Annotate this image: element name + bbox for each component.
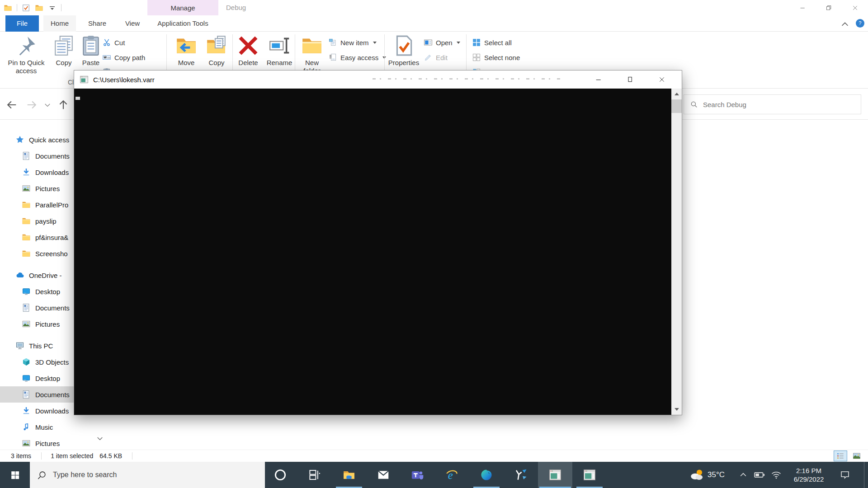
console-minimize-button[interactable] <box>589 70 609 89</box>
sidebar-item-pictures[interactable]: Pictures <box>0 435 108 451</box>
rename-button[interactable]: Rename <box>263 34 296 67</box>
clipped-text-artifact <box>373 78 562 80</box>
mail-button[interactable] <box>366 462 401 488</box>
console-window[interactable]: C:\Users\lokesh.varr <box>74 70 682 415</box>
dropdown-caret-icon <box>457 42 460 46</box>
scrollbar-thumb[interactable] <box>671 99 682 113</box>
explorer-titlebar: Manage Debug <box>0 0 868 15</box>
selection-size: 64.5 KB <box>99 452 122 460</box>
close-button[interactable] <box>842 0 868 15</box>
ie-button[interactable]: e <box>435 462 469 488</box>
task-view-icon <box>308 468 321 482</box>
console-maximize-button[interactable] <box>620 70 640 89</box>
battery-icon[interactable] <box>751 462 768 488</box>
task-view-button[interactable] <box>297 462 332 488</box>
cut-button[interactable]: Cut <box>102 38 125 47</box>
tab-share[interactable]: Share <box>81 15 113 32</box>
copy-button[interactable]: Copy <box>51 34 77 67</box>
copy-path-button[interactable]: Copy path <box>102 53 145 62</box>
tab-file[interactable]: File <box>5 15 39 32</box>
cortana-button[interactable] <box>263 462 297 488</box>
tab-view[interactable]: View <box>118 15 146 32</box>
new-item-button[interactable]: New item <box>328 38 377 47</box>
divider <box>41 452 42 460</box>
start-button[interactable] <box>0 462 30 488</box>
tray-overflow-button[interactable] <box>736 462 750 488</box>
console-caption-buttons <box>589 70 672 89</box>
tab-application-tools[interactable]: Application Tools <box>147 15 218 32</box>
details-view-button[interactable] <box>834 450 847 461</box>
console-window-button[interactable] <box>538 462 572 488</box>
show-desktop-button[interactable] <box>864 462 868 488</box>
console-app-icon <box>583 468 596 482</box>
taskbar-apps: e <box>263 462 607 488</box>
delete-button[interactable]: Delete <box>234 34 262 67</box>
quick-access-toolbar <box>4 0 61 15</box>
select-none-button[interactable]: Select none <box>472 53 520 62</box>
sidebar-item-label: payslip <box>35 217 57 225</box>
sidebar-scroll-down-icon[interactable] <box>96 435 104 442</box>
edge-icon <box>480 468 493 482</box>
forward-button[interactable] <box>25 99 38 110</box>
console-window-button-2[interactable] <box>572 462 607 488</box>
recent-locations-chevron-icon[interactable] <box>43 101 52 108</box>
taskbar-search-box[interactable] <box>30 462 265 488</box>
console-screen[interactable] <box>74 89 682 415</box>
ie-icon: e <box>445 468 459 482</box>
new-folder-button[interactable]: Newfolder <box>298 34 326 75</box>
action-center-icon[interactable] <box>835 462 855 488</box>
help-icon[interactable]: ? <box>856 19 864 28</box>
qat-new-folder-icon[interactable] <box>35 4 43 12</box>
sidebar-item-label: 3D Objects <box>35 358 69 366</box>
yammer-icon <box>514 468 528 482</box>
edit-button[interactable]: Edit <box>424 53 448 62</box>
screen: Manage Debug File Home Share View Appli <box>0 0 868 488</box>
paste-button[interactable]: Paste <box>78 34 104 67</box>
sidebar-item-label: Downloads <box>35 407 69 415</box>
document-icon <box>22 390 31 399</box>
clock[interactable]: 2:16 PM 6/29/2022 <box>786 462 832 488</box>
sidebar-item-label: Documents <box>35 304 70 312</box>
sidebar-item-label: Screensho <box>35 250 68 258</box>
console-close-button[interactable] <box>652 70 672 89</box>
music-icon <box>22 422 31 432</box>
edge-button[interactable] <box>469 462 504 488</box>
minimize-button[interactable] <box>789 0 816 15</box>
select-all-button[interactable]: Select all <box>472 38 512 47</box>
back-button[interactable] <box>5 99 18 110</box>
collapse-ribbon-icon[interactable] <box>840 19 850 28</box>
console-scrollbar[interactable] <box>671 89 682 415</box>
scissors-icon <box>102 38 111 47</box>
sidebar-item-music[interactable]: Music <box>0 419 108 435</box>
qat-customize-icon[interactable] <box>48 4 57 12</box>
weather-widget[interactable]: 35°C <box>684 462 731 488</box>
tab-home[interactable]: Home <box>43 15 76 32</box>
copy-to-button[interactable]: Copy <box>203 34 231 67</box>
folder-icon <box>22 200 31 209</box>
properties-button[interactable]: Properties <box>387 34 420 67</box>
yammer-button[interactable] <box>504 462 538 488</box>
move-to-button[interactable]: Move <box>172 34 201 67</box>
explorer-search-box[interactable] <box>684 94 861 114</box>
scroll-down-icon[interactable] <box>671 404 682 415</box>
picture-icon <box>22 319 31 328</box>
search-icon <box>690 100 698 108</box>
qat-properties-icon[interactable] <box>22 4 30 12</box>
taskbar-search-input[interactable] <box>53 471 265 479</box>
teams-button[interactable] <box>401 462 435 488</box>
file-explorer-button[interactable] <box>332 462 366 488</box>
picture-icon <box>22 439 31 448</box>
open-button[interactable]: Open <box>424 38 460 47</box>
pin-to-quick-access-button[interactable]: Pin to Quickaccess <box>4 34 49 75</box>
up-button[interactable] <box>57 99 70 110</box>
picture-icon <box>22 184 31 193</box>
thumbnail-view-button[interactable] <box>850 450 863 461</box>
explorer-search-input[interactable] <box>703 101 861 108</box>
console-titlebar[interactable]: C:\Users\lokesh.varr <box>74 70 682 89</box>
easy-access-button[interactable]: Easy access <box>328 53 386 62</box>
scroll-up-icon[interactable] <box>671 89 682 99</box>
folder-icon <box>22 249 31 258</box>
file-explorer-icon <box>342 468 356 482</box>
wifi-icon[interactable] <box>769 462 784 488</box>
restore-button[interactable] <box>816 0 842 15</box>
